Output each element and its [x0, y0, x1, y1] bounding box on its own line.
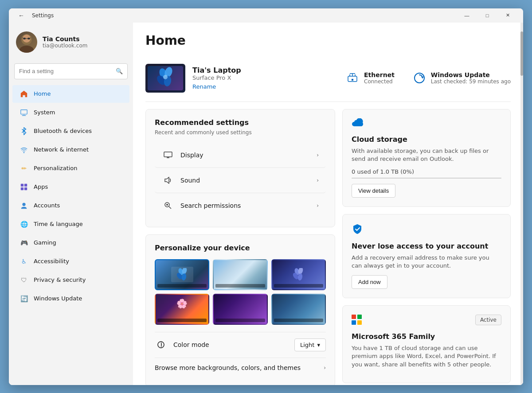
- sidebar-label-privacy: Privacy & security: [34, 276, 86, 283]
- add-now-button[interactable]: Add now: [352, 275, 387, 289]
- window-content: Tia Counts tia@outlook.com 🔍 Home: [9, 23, 523, 385]
- search-permissions-row[interactable]: Search permissions ›: [155, 193, 326, 218]
- ms365-active-badge: Active: [475, 315, 501, 325]
- sidebar-item-home[interactable]: Home: [12, 85, 129, 103]
- user-info: Tia Counts tia@outlook.com: [43, 35, 87, 49]
- wallpaper-taskbar-5: [215, 319, 265, 322]
- storage-bar-container: 0 used of 1.0 TB (0%): [352, 168, 501, 179]
- ethernet-label: Ethernet: [364, 71, 395, 78]
- settings-window: ← Settings — □ ✕: [9, 8, 523, 385]
- scrollbar-track[interactable]: [520, 23, 523, 385]
- svg-point-16: [22, 202, 25, 206]
- color-mode-icon: [155, 339, 167, 351]
- sidebar-item-accounts[interactable]: Accounts: [12, 197, 129, 214]
- sidebar-label-accessibility: Accessibility: [34, 258, 69, 265]
- svg-rect-12: [21, 183, 23, 186]
- windows-update-info: Windows Update Last checked: 59 minutes …: [431, 71, 511, 85]
- sound-icon: [162, 174, 174, 187]
- wallpaper-3[interactable]: [271, 259, 326, 290]
- sidebar-item-privacy[interactable]: 🛡 Privacy & security: [12, 271, 129, 289]
- wallpaper-6[interactable]: [271, 294, 326, 325]
- search-input[interactable]: [19, 68, 112, 74]
- svg-point-1: [20, 46, 34, 53]
- ms365-sq-blue: [352, 320, 356, 325]
- main-content: Home: [133, 23, 523, 385]
- search-box[interactable]: 🔍: [14, 63, 128, 79]
- wallpaper-taskbar-2: [215, 284, 265, 288]
- view-details-button[interactable]: View details: [352, 184, 395, 198]
- wallpaper-2[interactable]: [213, 259, 267, 290]
- color-mode-label: Color mode: [173, 341, 294, 348]
- accessibility-icon: ♿: [20, 257, 28, 266]
- sidebar-item-accessibility[interactable]: ♿ Accessibility: [12, 253, 129, 270]
- search-icon: 🔍: [116, 68, 123, 74]
- ms365-sq-green: [357, 315, 362, 319]
- sidebar-label-personalization: Personalization: [34, 165, 78, 171]
- sidebar-item-update[interactable]: 🔄 Windows Update: [12, 290, 129, 307]
- browse-row[interactable]: Browse more backgrounds, colors, and the…: [155, 358, 326, 377]
- sidebar-item-bluetooth[interactable]: Bluetooth & devices: [12, 122, 129, 140]
- main-wrapper: Home: [133, 23, 523, 385]
- network-icon: [20, 145, 28, 154]
- sidebar-item-time[interactable]: 🌐 Time & language: [12, 215, 129, 233]
- svg-rect-8: [21, 109, 27, 114]
- storage-used-text: 0 used of 1.0 TB (0%): [352, 168, 501, 175]
- avatar-image: [16, 31, 37, 53]
- back-button[interactable]: ←: [14, 8, 28, 23]
- wallpaper-5[interactable]: [213, 294, 267, 325]
- display-label: Display: [180, 152, 317, 159]
- wallpaper-taskbar-6: [274, 319, 323, 322]
- left-column: Recommended settings Recent and commonly…: [145, 109, 335, 385]
- sound-settings-row[interactable]: Sound ›: [155, 168, 326, 193]
- device-info: Tia's Laptop Surface Pro X Rename: [192, 66, 338, 90]
- color-mode-select[interactable]: Light ▾: [294, 339, 326, 351]
- windows-update-icon: [412, 71, 426, 85]
- right-column: Cloud storage With available storage, yo…: [342, 109, 511, 385]
- ms365-card: Active Microsoft 365 Family You have 1 T…: [342, 305, 511, 383]
- display-chevron: ›: [317, 152, 319, 158]
- device-rename-link[interactable]: Rename: [192, 83, 216, 90]
- user-profile[interactable]: Tia Counts tia@outlook.com: [9, 26, 133, 60]
- svg-rect-4: [27, 38, 30, 39]
- sound-label: Sound: [180, 177, 317, 184]
- ms365-logo: [352, 315, 362, 325]
- ethernet-icon: [345, 71, 360, 85]
- svg-point-21: [163, 75, 168, 79]
- storage-bar: [352, 178, 501, 179]
- ethernet-info: Ethernet Connected: [364, 71, 395, 85]
- wallpaper-1[interactable]: [155, 259, 209, 290]
- sidebar-item-apps[interactable]: Apps: [12, 178, 129, 196]
- account-security-desc: Add a recovery email address to make sur…: [352, 254, 501, 270]
- bluetooth-icon: [20, 127, 28, 136]
- scrollbar-thumb[interactable]: [520, 31, 523, 76]
- cloud-storage-title: Cloud storage: [352, 135, 501, 144]
- privacy-icon: 🛡: [20, 276, 28, 284]
- sidebar-item-gaming[interactable]: 🎮 Gaming: [12, 234, 129, 252]
- sidebar-label-time: Time & language: [34, 221, 83, 227]
- titlebar-controls: — □ ✕: [457, 8, 518, 23]
- color-mode-dropdown-icon: ▾: [317, 342, 320, 348]
- sidebar-item-personalization[interactable]: ✏️ Personalization: [12, 160, 129, 177]
- sidebar-label-network: Network & internet: [34, 146, 89, 153]
- titlebar-left: ← Settings: [14, 8, 54, 23]
- wallpaper-4[interactable]: 🌸: [155, 294, 209, 325]
- minimize-button[interactable]: —: [457, 8, 477, 23]
- ms365-desc: You have 1 TB of cloud storage and can u…: [352, 344, 501, 369]
- browse-chevron: ›: [324, 365, 326, 371]
- sidebar-item-system[interactable]: System: [12, 104, 129, 121]
- sidebar-label-update: Windows Update: [34, 295, 82, 302]
- close-button[interactable]: ✕: [497, 8, 518, 23]
- accounts-icon: [20, 201, 28, 210]
- svg-rect-14: [21, 187, 23, 190]
- device-thumbnail: [145, 64, 185, 93]
- display-settings-row[interactable]: Display ›: [155, 143, 326, 168]
- maximize-button[interactable]: □: [477, 8, 497, 23]
- svg-line-33: [169, 206, 171, 209]
- device-name: Tia's Laptop: [192, 66, 338, 74]
- sidebar: Tia Counts tia@outlook.com 🔍 Home: [9, 23, 133, 385]
- recommended-title: Recommended settings: [155, 118, 326, 127]
- svg-point-34: [166, 204, 168, 206]
- two-column-layout: Recommended settings Recent and commonly…: [145, 109, 511, 385]
- account-security-card: Never lose access to your account Add a …: [342, 214, 511, 298]
- sidebar-item-network[interactable]: Network & internet: [12, 141, 129, 159]
